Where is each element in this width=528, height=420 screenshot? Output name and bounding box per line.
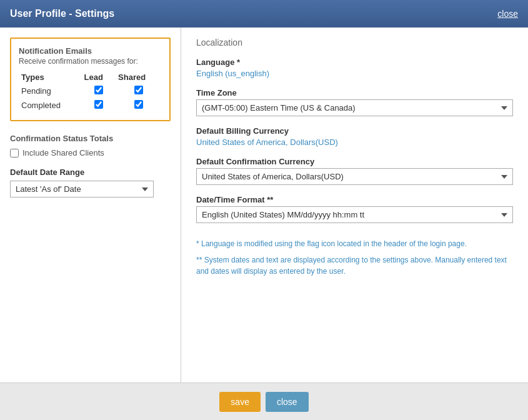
confirmation-currency-group: Default Confirmation Currency United Sta… bbox=[196, 157, 513, 185]
billing-currency-label: Default Billing Currency bbox=[196, 126, 513, 136]
title-bar: User Profile - Settings close bbox=[0, 0, 528, 28]
lead-checkbox-0[interactable] bbox=[94, 86, 103, 94]
shared-checkbox-0[interactable] bbox=[134, 86, 143, 94]
shared-checkbox-1[interactable] bbox=[134, 100, 143, 109]
confirmation-currency-label: Default Confirmation Currency bbox=[196, 157, 513, 166]
billing-currency-group: Default Billing Currency United States o… bbox=[196, 126, 513, 147]
include-shared-checkbox[interactable] bbox=[10, 149, 19, 158]
notif-label-0: Pending bbox=[19, 84, 82, 98]
include-shared-label: Include Shared Clients bbox=[22, 148, 104, 158]
notif-lead-0 bbox=[82, 84, 116, 98]
page-title: User Profile - Settings bbox=[10, 8, 114, 19]
time-zone-group: Time Zone (GMT-05:00) Eastern Time (US &… bbox=[196, 88, 513, 116]
notification-emails-box: Notification Emails Receive confirmation… bbox=[10, 38, 171, 121]
default-date-range-label: Default Date Range bbox=[10, 168, 171, 177]
notif-shared-0 bbox=[116, 84, 162, 98]
datetime-format-select[interactable]: English (United States) MM/dd/yyyy hh:mm… bbox=[196, 206, 513, 223]
localization-title: Localization bbox=[196, 38, 513, 48]
time-zone-select[interactable]: (GMT-05:00) Eastern Time (US & Canada) bbox=[196, 99, 513, 116]
lead-checkbox-1[interactable] bbox=[94, 100, 103, 109]
footer: save close bbox=[0, 382, 528, 420]
header-close-button[interactable]: close bbox=[497, 9, 518, 19]
save-button[interactable]: save bbox=[219, 392, 261, 412]
col-shared-header: Shared bbox=[116, 71, 162, 84]
language-value: English (us_english) bbox=[196, 69, 513, 78]
datetime-format-label: Date/Time Format ** bbox=[196, 195, 513, 204]
close-button[interactable]: close bbox=[266, 392, 309, 412]
time-zone-label: Time Zone bbox=[196, 88, 513, 98]
language-group: Language * English (us_english) bbox=[196, 58, 513, 78]
col-types-header: Types bbox=[19, 71, 82, 84]
notif-row: Completed bbox=[19, 98, 162, 112]
notif-label-1: Completed bbox=[19, 98, 82, 112]
billing-currency-value: United States of America, Dollars(USD) bbox=[196, 138, 513, 147]
left-panel: Notification Emails Receive confirmation… bbox=[0, 28, 181, 382]
datetime-format-group: Date/Time Format ** English (United Stat… bbox=[196, 195, 513, 223]
col-lead-header: Lead bbox=[82, 71, 116, 84]
notification-table: Types Lead Shared Pending Completed bbox=[19, 71, 162, 112]
language-label: Language * bbox=[196, 58, 513, 67]
right-panel: Localization Language * English (us_engl… bbox=[181, 28, 528, 382]
confirmation-currency-select[interactable]: United States of America, Dollars(USD) bbox=[196, 168, 513, 185]
footnotes: * Language is modified using the flag ic… bbox=[196, 238, 513, 277]
confirmation-status-title: Confirmation Status Totals bbox=[10, 134, 171, 143]
notif-row: Pending bbox=[19, 84, 162, 98]
main-content: Notification Emails Receive confirmation… bbox=[0, 28, 528, 382]
notification-emails-title: Notification Emails bbox=[19, 46, 162, 56]
notif-shared-1 bbox=[116, 98, 162, 112]
footnote-text: ** System dates and text are displayed a… bbox=[196, 254, 513, 277]
notif-lead-1 bbox=[82, 98, 116, 112]
notification-emails-subtitle: Receive confirmation messages for: bbox=[19, 57, 162, 66]
default-date-range-select[interactable]: Latest 'As of' Date bbox=[10, 181, 154, 198]
include-shared-row: Include Shared Clients bbox=[10, 148, 171, 158]
footnote-text: * Language is modified using the flag ic… bbox=[196, 238, 513, 249]
